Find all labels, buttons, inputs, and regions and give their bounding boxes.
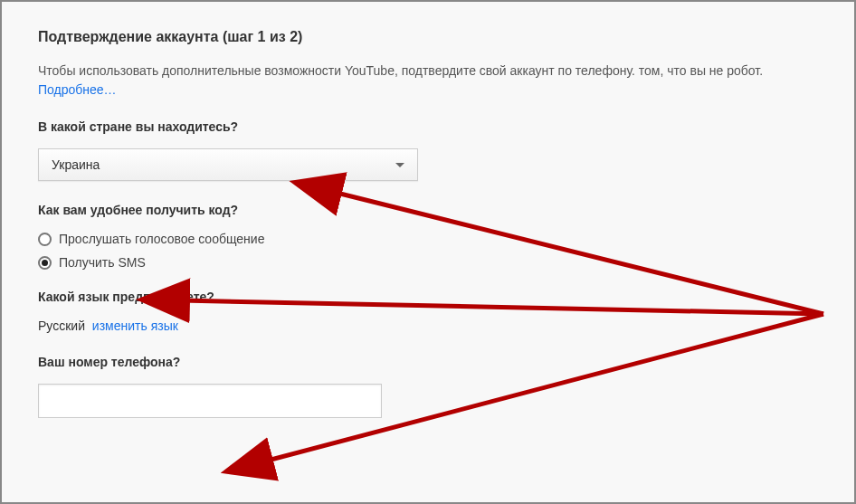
method-question: Как вам удобнее получить код? bbox=[38, 203, 854, 217]
country-dropdown[interactable]: Украина bbox=[38, 148, 418, 181]
language-row: Русский изменить язык bbox=[38, 319, 854, 333]
radio-icon bbox=[38, 233, 52, 246]
radio-voice[interactable]: Прослушать голосовое сообщение bbox=[38, 232, 854, 246]
radio-voice-label: Прослушать голосовое сообщение bbox=[59, 232, 264, 246]
radio-sms-label: Получить SMS bbox=[59, 255, 146, 270]
description-text: Чтобы использовать дополнительные возмож… bbox=[38, 62, 834, 100]
description-part1: Чтобы использовать дополнительные возмож… bbox=[38, 63, 763, 78]
page-title: Подтверждение аккаунта (шаг 1 из 2) bbox=[38, 29, 854, 45]
phone-question: Ваш номер телефона? bbox=[38, 355, 854, 369]
phone-input[interactable] bbox=[38, 384, 382, 418]
verification-form: Подтверждение аккаунта (шаг 1 из 2) Чтоб… bbox=[0, 0, 856, 504]
country-question: В какой стране вы находитесь? bbox=[38, 119, 854, 134]
radio-sms[interactable]: Получить SMS bbox=[38, 255, 854, 270]
chevron-down-icon bbox=[395, 163, 404, 167]
language-question: Какой язык предпочитаете? bbox=[38, 290, 854, 304]
change-language-link[interactable]: изменить язык bbox=[92, 319, 178, 333]
language-current: Русский bbox=[38, 319, 85, 333]
country-selected-value: Украина bbox=[52, 157, 100, 172]
learn-more-link[interactable]: Подробнее… bbox=[38, 82, 117, 97]
method-radio-group: Прослушать голосовое сообщение Получить … bbox=[38, 232, 854, 270]
radio-icon bbox=[38, 256, 52, 270]
